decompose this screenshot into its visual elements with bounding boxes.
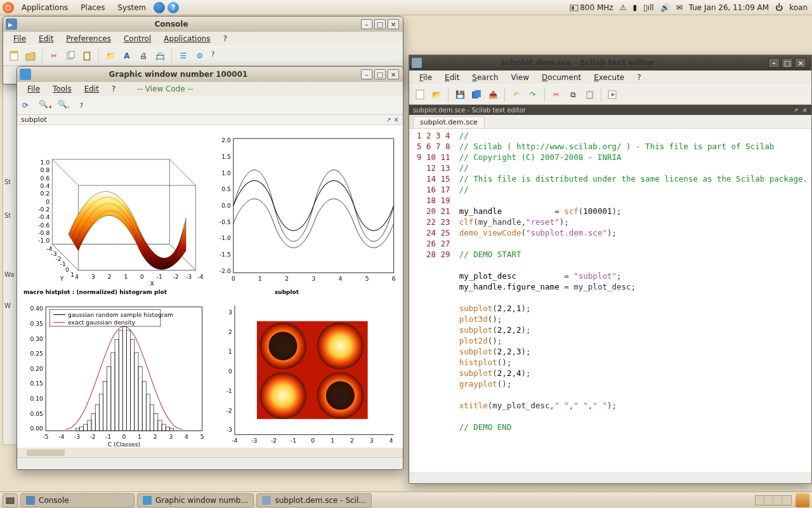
menu-edit[interactable]: Edit (438, 72, 466, 83)
close-button[interactable]: × (388, 69, 399, 79)
detach-icon[interactable]: ↗ (386, 116, 391, 123)
svg-text:0: 0 (65, 266, 69, 273)
zoom-in-icon[interactable]: 🔍+ (39, 100, 53, 110)
user-menu[interactable]: koan (787, 3, 809, 12)
close-button[interactable]: × (795, 58, 806, 68)
new-icon[interactable] (413, 88, 427, 102)
trash-icon[interactable] (796, 493, 809, 507)
svg-text:0: 0 (228, 368, 232, 375)
tab-current-file[interactable]: subplot.dem.sce (413, 116, 485, 128)
menu-help[interactable]: ? (217, 33, 233, 44)
list-icon[interactable]: ☰ (176, 49, 190, 63)
editor-body[interactable]: 1 2 3 4 5 6 7 8 9 10 11 12 13 14 15 16 1… (409, 129, 811, 472)
clock[interactable]: Tue Jan 26, 11:09 AM (687, 3, 771, 12)
gear-icon[interactable]: ⚙ (193, 49, 207, 63)
task-graphic-window[interactable]: Graphic window numb… (137, 493, 254, 507)
open-icon[interactable]: 📂 (429, 88, 443, 102)
graphic-titlebar[interactable]: Graphic window number 100001 – □ × (17, 67, 403, 82)
menu-file[interactable]: File (21, 83, 46, 95)
svg-rect-9 (85, 53, 89, 59)
cpu-indicator[interactable]: 800 MHz (568, 3, 615, 12)
minimize-button[interactable]: – (768, 58, 780, 68)
copy-icon[interactable]: ⧉ (566, 88, 580, 102)
close-button[interactable]: × (388, 19, 399, 29)
svg-text:-2.0: -2.0 (219, 267, 231, 274)
svg-text:-2: -2 (226, 407, 232, 414)
undo-icon[interactable]: ↶ (509, 88, 523, 102)
volume-icon[interactable]: 🔊 (658, 3, 672, 12)
view-code-link[interactable]: -- View Code -- (131, 83, 199, 95)
svg-text:0.30: 0.30 (30, 335, 43, 342)
cut-icon[interactable]: ✂ (47, 49, 61, 63)
menu-applications[interactable]: Applications (16, 2, 73, 13)
graphic-toolbar: ⟳ 🔍+ 🔍– ? (17, 96, 403, 115)
power-icon[interactable]: ⏻ (773, 3, 785, 12)
menu-control[interactable]: Control (117, 33, 157, 44)
new-doc-icon[interactable] (7, 49, 21, 63)
close-subpanel-icon[interactable]: × (394, 116, 399, 123)
console-titlebar[interactable]: ▶ Console – □ × (3, 17, 403, 32)
maximize-button[interactable]: □ (374, 69, 386, 79)
menu-document[interactable]: Document (535, 72, 587, 83)
svg-text:-1.0: -1.0 (38, 237, 49, 244)
editor-titlebar[interactable]: subplot.dem.sce - Scilab text editor – □… (409, 55, 811, 70)
close-subpanel-icon[interactable]: × (802, 107, 808, 114)
save-icon[interactable]: 💾 (453, 88, 467, 102)
open-icon[interactable] (23, 49, 37, 63)
help-icon[interactable]: ? (167, 2, 179, 13)
copy-icon[interactable] (63, 49, 77, 63)
menu-preferences[interactable]: Preferences (60, 33, 117, 44)
svg-text:0.6: 0.6 (41, 175, 50, 182)
ubuntu-logo-icon[interactable]: ◯ (3, 2, 14, 13)
menu-help[interactable]: ? (105, 83, 122, 95)
workspace-pager[interactable] (755, 495, 792, 505)
execute-icon[interactable] (606, 88, 620, 102)
menu-tools[interactable]: Tools (46, 83, 78, 95)
menu-view[interactable]: View (505, 72, 535, 83)
editor-tabs: subplot.dem.sce (409, 115, 811, 129)
svg-text:▶: ▶ (8, 22, 13, 28)
font-icon[interactable]: A (120, 49, 134, 63)
menu-file[interactable]: File (413, 72, 438, 83)
help-toolbar-icon[interactable]: ? (80, 101, 83, 110)
warning-indicator-icon[interactable]: ⚠ (618, 3, 629, 12)
zoom-out-icon[interactable]: 🔍– (58, 100, 70, 110)
menu-file[interactable]: File (7, 33, 32, 44)
battery-icon[interactable]: ▮ (631, 3, 639, 12)
mail-icon[interactable]: ✉ (674, 3, 684, 12)
maximize-button[interactable]: □ (374, 19, 386, 29)
task-console[interactable]: Console (20, 493, 134, 507)
menu-execute[interactable]: Execute (587, 72, 631, 83)
maximize-button[interactable]: □ (782, 58, 793, 68)
menu-help[interactable]: ? (631, 72, 647, 83)
svg-text:0: 0 (311, 437, 315, 444)
save-all-icon[interactable] (469, 88, 483, 102)
redo-icon[interactable]: ↷ (526, 88, 540, 102)
menu-places[interactable]: Places (75, 2, 110, 13)
menu-edit[interactable]: Edit (32, 33, 60, 44)
task-editor[interactable]: subplot.dem.sce - Scil… (256, 493, 372, 507)
minimize-button[interactable]: – (361, 19, 372, 29)
export-icon[interactable]: 📤 (486, 88, 500, 102)
folder-icon[interactable]: 📁 (103, 49, 117, 63)
firefox-icon[interactable] (154, 2, 165, 13)
editor-status-line: subplot.dem.sce - Scilab text editor ↗× (409, 105, 811, 115)
paste-icon[interactable]: 📋 (582, 88, 596, 102)
menu-system[interactable]: System (112, 2, 151, 13)
menu-edit[interactable]: Edit (78, 83, 105, 95)
minimize-button[interactable]: – (361, 69, 372, 79)
detach-icon[interactable]: ↗ (793, 107, 798, 114)
console-menubar: File Edit Preferences Control Applicatio… (3, 32, 403, 46)
network-signal-icon[interactable]: ▯ıll (641, 3, 656, 12)
settings2-icon[interactable]: 📇 (153, 49, 167, 63)
paste-icon[interactable] (80, 49, 94, 63)
menu-applications[interactable]: Applications (157, 33, 216, 44)
menu-search[interactable]: Search (466, 72, 504, 83)
svg-rect-140 (143, 496, 152, 505)
rotate-icon[interactable]: ⟳ (22, 101, 29, 110)
show-desktop-button[interactable] (3, 493, 18, 507)
help-toolbar-icon[interactable]: ? (209, 49, 223, 63)
code-area[interactable]: // // Scilab ( http://www.scilab.org/ ) … (455, 129, 811, 472)
print-icon[interactable]: 🖨 (136, 49, 150, 63)
cut-icon[interactable]: ✂ (549, 88, 563, 102)
